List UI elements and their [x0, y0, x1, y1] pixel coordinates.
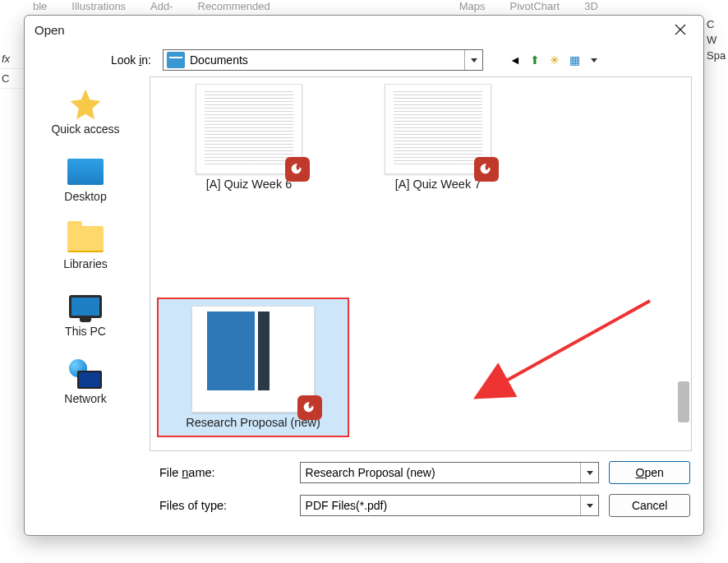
filetype-label: Files of type: [156, 499, 290, 512]
pdf-icon [474, 157, 499, 182]
up-icon[interactable]: ⬆ [528, 53, 542, 67]
bg-left: fxC [0, 49, 23, 89]
pdf-icon [285, 157, 310, 182]
filename-label: File name: [156, 466, 290, 479]
titlebar: Open [25, 16, 703, 44]
close-button[interactable] [664, 18, 697, 41]
pdf-icon [297, 395, 322, 420]
close-icon [675, 24, 686, 35]
file-item-selected[interactable]: Research Proposal (new) [159, 299, 348, 436]
scrollbar-thumb[interactable] [678, 381, 689, 422]
back-icon[interactable]: ◄ [508, 53, 523, 67]
folder-icon [167, 52, 185, 68]
bottom-form: File name: Research Proposal (new) Open … [25, 451, 703, 535]
place-desktop[interactable]: Desktop [25, 149, 146, 216]
file-item[interactable]: [A] Quiz Week 6 [159, 81, 339, 194]
chevron-down-icon[interactable] [587, 53, 601, 67]
place-network[interactable]: Network [25, 351, 146, 418]
lookin-value: Documents [188, 53, 464, 67]
pdf-thumbnail [196, 84, 302, 174]
pdf-thumbnail [385, 84, 491, 174]
desktop-icon [67, 159, 104, 185]
lookin-toolbar: ◄ ⬆ ✳ ▦ [508, 53, 601, 67]
filename-value: Research Proposal (new) [301, 466, 581, 479]
bg-ribbon: bleIllustrationsAdd-RecommendedMapsPivot… [0, 0, 728, 16]
place-label: This PC [65, 325, 106, 338]
file-pane: [A] Quiz Week 6 [A] Quiz Week 7 Research… [150, 76, 692, 451]
chevron-down-icon [464, 50, 482, 70]
file-item[interactable]: [A] Quiz Week 7 [348, 81, 528, 194]
place-label: Libraries [63, 257, 108, 270]
lookin-combo[interactable]: Documents [163, 49, 483, 71]
place-label: Desktop [64, 190, 106, 203]
network-icon [69, 359, 102, 389]
place-libraries[interactable]: Libraries [25, 216, 146, 284]
place-this-pc[interactable]: This PC [25, 284, 146, 351]
lookin-row: Look in: Documents ◄ ⬆ ✳ ▦ [25, 44, 703, 76]
chevron-down-icon [580, 463, 598, 482]
open-button[interactable]: Open [609, 461, 690, 484]
filetype-value: PDF Files(*.pdf) [301, 499, 581, 512]
file-label: [A] Quiz Week 6 [206, 178, 293, 191]
bg-right: CWSpa [705, 16, 728, 63]
dialog-title: Open [35, 23, 664, 37]
views-icon[interactable]: ▦ [567, 53, 582, 67]
monitor-icon [69, 295, 102, 318]
places-bar: Quick access Desktop Libraries This PC N… [25, 76, 146, 451]
filetype-select[interactable]: PDF Files(*.pdf) [300, 495, 600, 516]
new-folder-icon[interactable]: ✳ [547, 53, 562, 67]
filename-input[interactable]: Research Proposal (new) [300, 462, 600, 483]
chevron-down-icon [580, 496, 598, 515]
pdf-thumbnail [191, 306, 315, 413]
open-dialog: Open Look in: Documents ◄ ⬆ ✳ ▦ Quick ac… [24, 15, 704, 536]
lookin-label: Look in: [25, 53, 156, 67]
place-quick-access[interactable]: Quick access [25, 81, 146, 149]
place-label: Quick access [51, 122, 119, 136]
file-label: [A] Quiz Week 7 [395, 178, 481, 191]
star-icon [66, 88, 105, 121]
cancel-button[interactable]: Cancel [609, 494, 690, 517]
folder-icon [67, 226, 104, 252]
place-label: Network [64, 392, 106, 405]
